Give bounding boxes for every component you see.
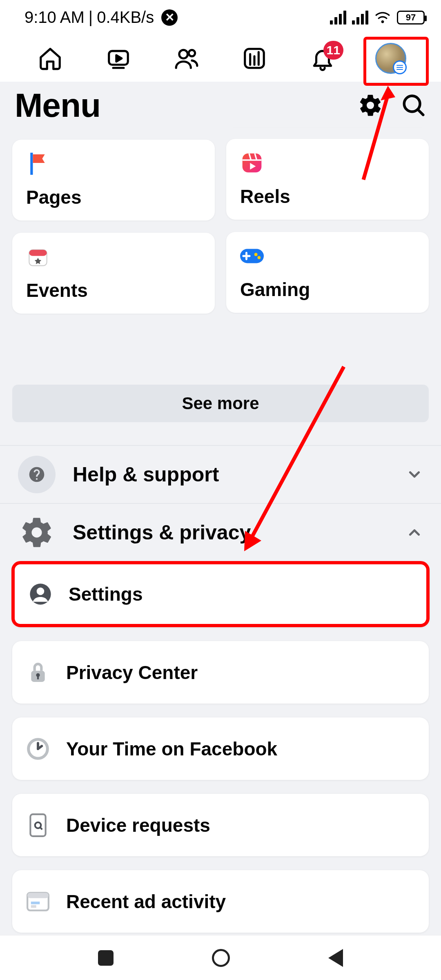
- user-circle-icon: [29, 582, 52, 606]
- avatar-icon: [375, 43, 406, 74]
- section-settings-privacy[interactable]: Settings & privacy: [0, 504, 441, 561]
- content-area: Menu Pages Events Ad Center: [0, 82, 441, 935]
- home-icon: [38, 46, 63, 71]
- page-title: Menu: [15, 86, 100, 125]
- svg-rect-35: [31, 902, 40, 904]
- shortcut-label: Reels: [240, 185, 415, 207]
- tab-watch[interactable]: [100, 40, 137, 77]
- shortcut-reels[interactable]: Reels: [226, 139, 429, 220]
- shortcut-label: Gaming: [240, 278, 415, 301]
- gamepad-icon: [240, 244, 264, 268]
- nav-recent[interactable]: [98, 950, 114, 966]
- marketplace-icon: [242, 46, 267, 71]
- signal-icon: [352, 11, 368, 24]
- shortcut-label: Pages: [26, 186, 201, 208]
- tab-menu[interactable]: [372, 40, 409, 77]
- wifi-icon: [374, 11, 391, 24]
- item-your-time[interactable]: Your Time on Facebook: [12, 717, 429, 780]
- close-icon: ✕: [161, 9, 178, 26]
- browser-icon: [26, 890, 50, 913]
- signal-icon: [330, 11, 346, 24]
- tab-home[interactable]: [32, 40, 69, 77]
- shortcut-events[interactable]: Events: [12, 233, 215, 314]
- battery-percent: 97: [406, 12, 416, 23]
- section-label: Settings & privacy: [73, 521, 406, 544]
- see-more-button[interactable]: See more: [12, 385, 429, 422]
- lock-icon: [26, 661, 50, 684]
- section-label: Help & support: [73, 463, 406, 486]
- chevron-down-icon: [406, 466, 423, 483]
- svg-rect-13: [243, 154, 262, 173]
- hamburger-icon: [393, 60, 407, 74]
- item-recent-ad-activity[interactable]: Recent ad activity: [12, 870, 429, 933]
- search-icon[interactable]: [401, 93, 426, 118]
- see-more-label: See more: [182, 394, 259, 413]
- item-privacy-center[interactable]: Privacy Center: [12, 641, 429, 704]
- chevron-up-icon: [406, 524, 423, 541]
- svg-rect-36: [31, 905, 36, 907]
- gear-icon[interactable]: [358, 93, 383, 118]
- svg-point-2: [179, 50, 188, 58]
- tab-friends[interactable]: [168, 40, 205, 77]
- status-left: 9:10 AM | 0.4KB/s ✕: [24, 8, 178, 27]
- question-icon: [18, 456, 56, 493]
- status-time: 9:10 AM: [24, 8, 85, 27]
- shortcut-gaming[interactable]: Gaming: [226, 232, 429, 313]
- settings-privacy-items: Settings Privacy Center Your Time on Fac…: [0, 561, 441, 933]
- notifications-badge: 11: [323, 41, 343, 60]
- status-sep: |: [89, 8, 93, 27]
- svg-rect-30: [30, 814, 45, 836]
- svg-rect-10: [30, 153, 33, 175]
- item-settings[interactable]: Settings: [11, 561, 430, 627]
- reels-icon: [240, 151, 264, 175]
- item-label: Recent ad activity: [66, 891, 226, 913]
- item-device-requests[interactable]: Device requests: [12, 794, 429, 856]
- tab-marketplace[interactable]: [236, 40, 273, 77]
- tab-bar: 11: [0, 35, 441, 82]
- svg-rect-26: [37, 676, 39, 679]
- calendar-icon: [26, 245, 50, 269]
- status-right: 97: [330, 11, 425, 24]
- svg-line-9: [418, 109, 423, 115]
- section-help-support[interactable]: Help & support: [0, 446, 441, 503]
- tab-notifications[interactable]: 11: [304, 40, 341, 77]
- item-label: Device requests: [66, 814, 210, 836]
- people-icon: [174, 46, 199, 71]
- menu-header: Menu: [0, 82, 441, 127]
- nav-home[interactable]: [212, 949, 230, 967]
- svg-point-21: [258, 256, 261, 259]
- svg-point-3: [189, 50, 195, 56]
- phone-icon: [26, 813, 50, 837]
- nav-back[interactable]: [328, 949, 343, 967]
- flag-icon: [26, 152, 50, 176]
- shortcuts-grid: Pages Events Ad Center Reels: [0, 127, 441, 356]
- gear-icon: [18, 514, 56, 551]
- item-label: Privacy Center: [66, 662, 198, 684]
- svg-point-20: [254, 253, 258, 256]
- svg-point-23: [37, 588, 45, 595]
- item-label: Your Time on Facebook: [66, 738, 277, 760]
- shortcut-pages[interactable]: Pages: [12, 140, 215, 220]
- shortcut-label: Events: [26, 279, 201, 301]
- video-icon: [106, 46, 131, 71]
- battery-icon: 97: [397, 11, 425, 24]
- svg-rect-34: [27, 893, 49, 898]
- svg-rect-12: [29, 250, 47, 256]
- clock-icon: [26, 737, 50, 761]
- status-netspeed: 0.4KB/s: [97, 8, 154, 27]
- status-bar: 9:10 AM | 0.4KB/s ✕ 97: [0, 0, 441, 35]
- system-nav-bar: [0, 935, 441, 980]
- item-label: Settings: [69, 583, 143, 605]
